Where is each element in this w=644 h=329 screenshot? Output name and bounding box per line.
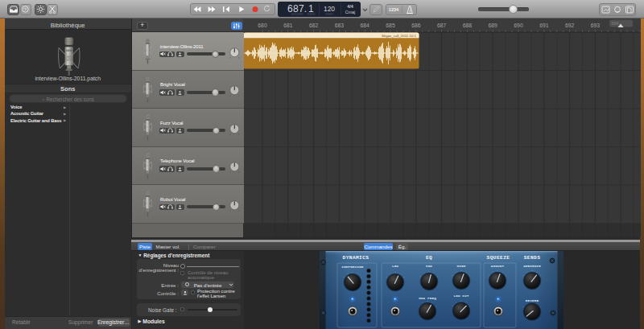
svg-text:681: 681 (283, 23, 293, 28)
svg-text:?: ? (24, 7, 27, 12)
svg-text:MID FREQ: MID FREQ (419, 297, 436, 300)
svg-text:4/4: 4/4 (347, 4, 353, 9)
svg-text:120: 120 (324, 5, 335, 13)
svg-text:682: 682 (309, 23, 319, 28)
svg-text:690: 690 (514, 23, 523, 28)
svg-text:684: 684 (361, 23, 370, 28)
svg-text:SENDS: SENDS (524, 255, 541, 261)
svg-text:MESURES: MESURES (291, 13, 303, 16)
svg-text:AMBIENCE: AMBIENCE (523, 265, 541, 268)
svg-text:693: 693 (591, 23, 601, 28)
svg-text:DYNAMICS: DYNAMICS (343, 255, 369, 261)
svg-text:TEMPS: TEMPS (307, 13, 315, 16)
svg-text:689: 689 (489, 23, 498, 28)
svg-text:TEMPO: TEMPO (325, 13, 334, 16)
svg-text:691: 691 (539, 23, 549, 28)
svg-text:680: 680 (258, 23, 267, 28)
svg-text:692: 692 (565, 23, 575, 28)
svg-text:EQ: EQ (426, 255, 432, 261)
svg-text:COMPRESSOR: COMPRESSOR (341, 265, 363, 269)
svg-text:HIGH: HIGH (457, 265, 466, 268)
svg-text:MID: MID (426, 265, 432, 268)
svg-text:LOW: LOW (392, 265, 398, 268)
svg-text:686: 686 (411, 23, 421, 28)
svg-text:687: 687 (437, 23, 447, 28)
svg-text:Skype_call_2011.10.1: Skype_call_2011.10.1 (382, 34, 416, 38)
svg-text:694: 694 (611, 21, 618, 26)
svg-text:688: 688 (463, 23, 473, 28)
svg-text:SQUEEZE: SQUEEZE (487, 255, 510, 261)
svg-text:685: 685 (386, 23, 395, 28)
svg-text:683: 683 (335, 23, 345, 28)
svg-text:LOW CUT: LOW CUT (454, 294, 469, 298)
svg-text:1234: 1234 (389, 7, 399, 12)
svg-text:AMOUNT: AMOUNT (491, 265, 505, 268)
svg-text:Cmaj: Cmaj (345, 10, 356, 14)
